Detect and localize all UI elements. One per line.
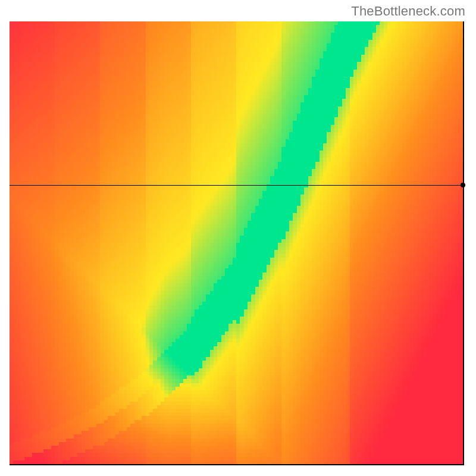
reference-dot — [461, 183, 465, 187]
attribution-text: TheBottleneck.com — [351, 4, 465, 19]
reference-line — [10, 185, 464, 186]
plot-frame — [10, 21, 464, 465]
